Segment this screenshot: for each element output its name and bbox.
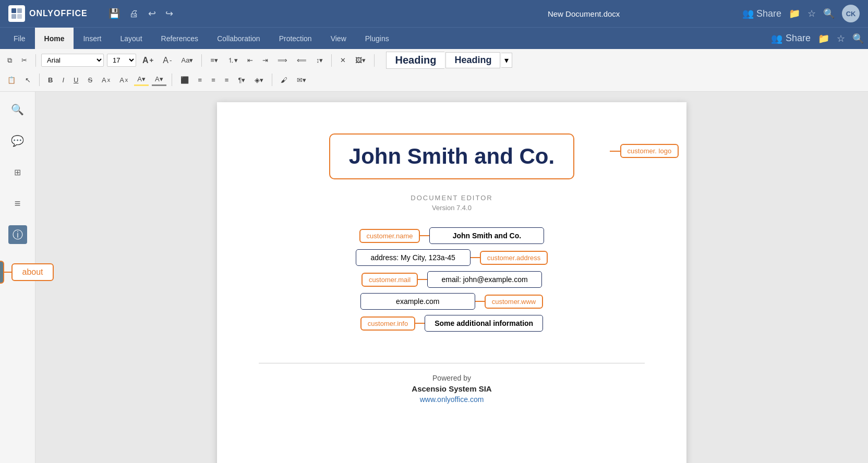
customer-info-label: customer.info: [360, 316, 415, 331]
share-people-icon: 👥: [771, 33, 782, 44]
clear-format-button[interactable]: ✕: [337, 55, 349, 66]
customer-address-row: address: My City, 123a-45 customer.addre…: [274, 249, 629, 266]
highlight-button[interactable]: A▾: [134, 74, 149, 86]
customer-name-value: John Smith and Co.: [429, 227, 544, 244]
svg-rect-0: [11, 8, 16, 13]
folder-icon-menu[interactable]: 📁: [818, 33, 829, 44]
indent-button[interactable]: ⇥: [259, 55, 271, 66]
align-justify-button[interactable]: ≡: [222, 75, 232, 86]
save-icon[interactable]: 💾: [108, 8, 120, 19]
customer-name-label: customer.name: [359, 229, 420, 243]
document-title: New Document.docx: [425, 9, 742, 18]
toolbar-row-2: 📋 ↖ B I U S Ax Ax A▾ A▾ ⬛ ≡ ≡ ≡ ¶▾ ◈▾ 🖌 …: [4, 71, 864, 90]
bullets-button[interactable]: ≡▾: [207, 55, 221, 66]
heading1-style[interactable]: Heading: [386, 52, 444, 69]
customer-logo-label: customer. logo: [620, 144, 679, 158]
customer-address-label: customer.address: [480, 251, 548, 265]
align-center-button[interactable]: ≡: [195, 75, 206, 86]
italic-button[interactable]: I: [59, 75, 67, 86]
customer-mail-value: email: john@example.com: [427, 271, 542, 288]
numbering-button[interactable]: ⒈▾: [224, 54, 241, 67]
menubar: File Home Insert Layout References Colla…: [0, 27, 868, 49]
image-button[interactable]: 🖼▾: [352, 55, 369, 66]
paragraph-button[interactable]: ¶▾: [235, 75, 248, 86]
menu-collaboration[interactable]: Collaboration: [208, 28, 270, 49]
shading-button[interactable]: ◈▾: [251, 75, 267, 86]
menu-home[interactable]: Home: [35, 28, 74, 49]
separator7: [272, 74, 272, 86]
format-painter-button[interactable]: 🖌: [278, 75, 291, 86]
menu-file[interactable]: File: [4, 28, 35, 49]
menu-insert[interactable]: Insert: [74, 28, 111, 49]
titlebar-right: 👥 Share 📁 ☆ 🔍 CK: [742, 5, 860, 22]
select-button[interactable]: ↖: [22, 75, 34, 86]
sidebar-comment[interactable]: 💬: [8, 131, 27, 150]
color-button[interactable]: A▾: [152, 74, 166, 86]
line-spacing-button[interactable]: ↕▾: [313, 55, 327, 66]
font-grow-button[interactable]: A+: [139, 54, 156, 67]
sidebar-search[interactable]: 🔍: [8, 100, 27, 119]
star-icon[interactable]: ☆: [807, 8, 816, 19]
print-icon[interactable]: 🖨: [129, 8, 139, 19]
main-area: 🔍 💬 ⊞ ≡ ⓘ ⓘ about John Smith and Co.: [0, 92, 868, 463]
mail-merge-button[interactable]: ✉▾: [294, 75, 309, 86]
customer-info-row: customer.info Some additional informatio…: [274, 315, 629, 332]
outdent-button[interactable]: ⇤: [244, 55, 256, 66]
share-icon[interactable]: 👥 Share: [742, 8, 781, 19]
increase-indent-button[interactable]: ⟹: [274, 55, 291, 66]
svg-rect-2: [11, 14, 16, 19]
font-select[interactable]: Arial: [41, 54, 104, 67]
customer-mail-row: customer.mail email: john@example.com: [274, 271, 629, 288]
document-subtitle: DOCUMENT EDITOR: [259, 194, 645, 202]
toolbar-row-1: ⧉ ✂ Arial 17 A+ A- Aa▾ ≡▾ ⒈▾ ⇤ ⇥ ⟹ ⟸ ↕▾ …: [4, 51, 864, 70]
separator5: [39, 74, 40, 86]
folder-icon[interactable]: 📁: [789, 8, 800, 19]
menu-layout[interactable]: Layout: [111, 28, 151, 49]
undo-icon[interactable]: ↩: [148, 8, 156, 19]
customer-fields: customer.name John Smith and Co. address…: [274, 227, 629, 332]
strikethrough-button[interactable]: S: [85, 75, 95, 86]
heading-expand[interactable]: ▾: [501, 53, 512, 68]
underline-button[interactable]: U: [70, 75, 81, 86]
align-left-button[interactable]: ⬛: [177, 75, 192, 86]
sidebar-table[interactable]: ⊞: [8, 163, 27, 181]
search-icon[interactable]: 🔍: [823, 8, 835, 19]
paste-button[interactable]: 📋: [4, 75, 19, 86]
heading2-style[interactable]: Heading: [445, 52, 500, 68]
copy-button[interactable]: ⧉: [4, 55, 15, 66]
menu-references[interactable]: References: [152, 28, 208, 49]
font-shrink-button[interactable]: A-: [160, 54, 175, 67]
decrease-indent-button[interactable]: ⟸: [294, 55, 310, 66]
sidebar-info[interactable]: ⓘ: [8, 225, 27, 244]
logo-icon: [8, 5, 25, 22]
redo-icon[interactable]: ↪: [165, 8, 173, 19]
titlebar-tools: 💾 🖨 ↩ ↪: [108, 8, 426, 19]
font-case-button[interactable]: Aa▾: [178, 55, 196, 66]
sidebar: 🔍 💬 ⊞ ≡ ⓘ ⓘ about: [0, 92, 35, 463]
user-avatar: CK: [842, 5, 860, 22]
footer-link: www.onlyoffice.com: [259, 395, 645, 404]
address-line-right: [471, 257, 480, 258]
superscript-button[interactable]: Ax: [99, 75, 113, 86]
footer-company: Ascensio System SIA: [259, 384, 645, 393]
menu-plugins[interactable]: Plugins: [356, 28, 399, 49]
cut-button[interactable]: ✂: [18, 55, 30, 66]
customer-www-row: example.com customer.www: [274, 293, 629, 310]
sidebar-list[interactable]: ≡: [8, 194, 27, 213]
separator3: [331, 54, 332, 67]
heading-styles: Heading Heading ▾: [386, 52, 512, 69]
menu-protection[interactable]: Protection: [270, 28, 321, 49]
star-icon-menu[interactable]: ☆: [837, 33, 845, 44]
about-sidebar-button[interactable]: ⓘ: [0, 261, 4, 284]
font-size-select[interactable]: 17: [107, 54, 136, 67]
logo-ann-line: [610, 151, 620, 152]
align-right-button[interactable]: ≡: [208, 75, 219, 86]
share-button[interactable]: 👥 Share: [771, 33, 811, 44]
search-icon-menu[interactable]: 🔍: [852, 33, 864, 44]
subscript-button[interactable]: Ax: [116, 75, 131, 86]
menu-view[interactable]: View: [321, 28, 356, 49]
separator: [35, 54, 36, 67]
bold-button[interactable]: B: [45, 75, 56, 86]
svg-rect-3: [17, 14, 22, 19]
document: John Smith and Co. customer. logo DOCUME…: [217, 102, 686, 463]
